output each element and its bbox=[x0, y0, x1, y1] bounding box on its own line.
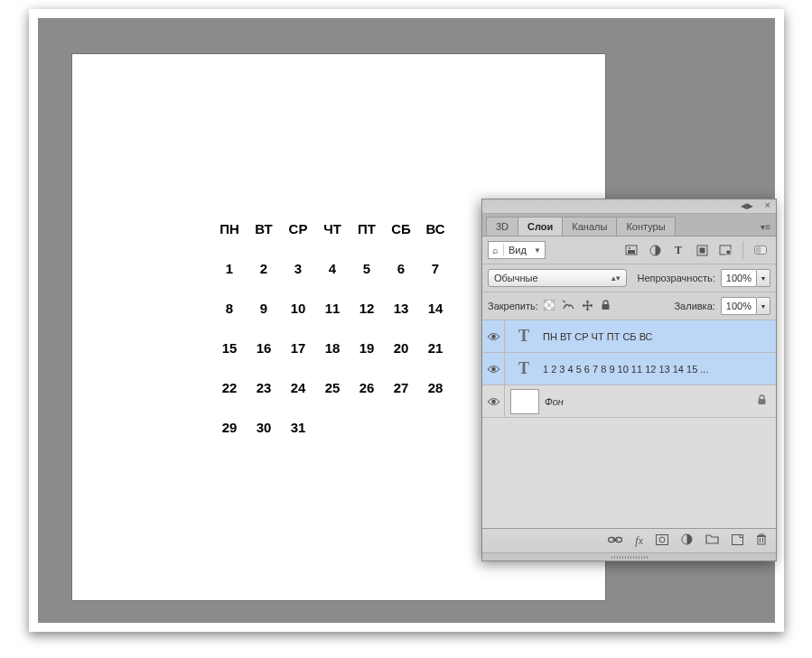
day-cell bbox=[384, 420, 418, 435]
svg-rect-21 bbox=[759, 399, 766, 404]
day-cell: 10 bbox=[281, 301, 315, 316]
lock-transparent-icon[interactable] bbox=[544, 300, 555, 313]
fill-label: Заливка: bbox=[674, 301, 714, 311]
chevron-down-icon: ▼ bbox=[534, 246, 541, 255]
layer-fx-icon[interactable]: fx bbox=[635, 534, 643, 548]
layers-panel[interactable]: ◀▶ × 3D Слои Каналы Контуры ▾≡ ⌕ Вид ▼ T bbox=[481, 199, 777, 561]
lock-label: Закрепить: bbox=[488, 301, 538, 311]
blend-mode-select[interactable]: Обычные ▴▾ bbox=[488, 269, 627, 287]
panel-resize-grip[interactable] bbox=[482, 552, 776, 561]
lock-image-icon[interactable] bbox=[562, 300, 574, 312]
day-cell: 28 bbox=[418, 380, 453, 395]
new-layer-icon[interactable] bbox=[732, 534, 743, 548]
day-cell: 4 bbox=[315, 261, 350, 276]
svg-rect-29 bbox=[758, 536, 765, 544]
delete-layer-icon[interactable] bbox=[756, 533, 767, 548]
weekday-cell: ПТ bbox=[350, 221, 384, 236]
blend-row: Обычные ▴▾ Непрозрачность: 100% ▾ bbox=[482, 264, 776, 292]
opacity-dropdown-button[interactable]: ▾ bbox=[757, 269, 770, 287]
day-cell: 14 bbox=[418, 301, 453, 316]
day-cell: 31 bbox=[281, 420, 315, 435]
day-cell: 7 bbox=[418, 261, 453, 276]
new-group-icon[interactable] bbox=[705, 534, 719, 547]
fill-input[interactable]: 100% bbox=[721, 297, 757, 315]
svg-point-2 bbox=[629, 247, 630, 249]
new-adjustment-icon[interactable] bbox=[681, 533, 693, 548]
weekday-cell: ЧТ bbox=[315, 221, 350, 236]
eye-icon bbox=[487, 332, 500, 341]
weekday-cell: ВТ bbox=[247, 221, 281, 236]
visibility-toggle[interactable] bbox=[482, 385, 505, 417]
layer-thumbnail bbox=[510, 389, 539, 414]
layer-row[interactable]: T 1 2 3 4 5 6 7 8 9 10 11 12 13 14 15 ..… bbox=[482, 353, 776, 385]
layer-row[interactable]: T ПН ВТ СР ЧТ ПТ СБ ВС bbox=[482, 320, 776, 353]
lock-all-icon[interactable] bbox=[601, 300, 611, 312]
filter-type-icon[interactable]: T bbox=[672, 244, 685, 256]
day-cell: 1 bbox=[212, 261, 247, 276]
layer-row[interactable]: Фон bbox=[482, 385, 776, 418]
tab-channels[interactable]: Каналы bbox=[562, 217, 617, 236]
filter-smart-icon[interactable] bbox=[719, 244, 732, 256]
day-cell: 26 bbox=[350, 380, 384, 395]
filter-pixel-icon[interactable] bbox=[625, 244, 638, 256]
filter-toggle-icon[interactable] bbox=[754, 244, 767, 256]
day-cell: 24 bbox=[281, 380, 315, 395]
search-icon: ⌕ bbox=[492, 245, 499, 255]
day-cell: 29 bbox=[212, 420, 247, 435]
panel-tabs: 3D Слои Каналы Контуры ▾≡ bbox=[482, 214, 776, 236]
filter-shape-icon[interactable] bbox=[695, 244, 708, 256]
add-mask-icon[interactable] bbox=[656, 534, 668, 548]
svg-rect-14 bbox=[544, 307, 547, 310]
opacity-input[interactable]: 100% bbox=[721, 269, 757, 287]
tab-paths[interactable]: Контуры bbox=[616, 217, 675, 236]
link-layers-icon[interactable] bbox=[608, 534, 622, 547]
svg-rect-15 bbox=[551, 307, 555, 310]
svg-rect-7 bbox=[726, 250, 731, 255]
day-cell: 2 bbox=[247, 261, 281, 276]
fill-dropdown-button[interactable]: ▾ bbox=[757, 297, 770, 315]
svg-rect-9 bbox=[756, 247, 761, 254]
eye-icon bbox=[487, 397, 500, 406]
panel-footer: fx bbox=[482, 528, 776, 552]
eye-icon bbox=[487, 365, 500, 374]
calendar-row: 1 2 3 4 5 6 7 bbox=[212, 261, 456, 276]
weekday-cell: СБ bbox=[384, 221, 418, 236]
filter-row: ⌕ Вид ▼ T bbox=[482, 236, 776, 264]
filter-label: Вид bbox=[509, 245, 527, 255]
calendar-row: 8 9 10 11 12 13 14 bbox=[212, 301, 456, 316]
chevron-updown-icon: ▴▾ bbox=[611, 273, 621, 283]
layer-name[interactable]: ПН ВТ СР ЧТ ПТ СБ ВС bbox=[543, 331, 653, 342]
layer-name[interactable]: 1 2 3 4 5 6 7 8 9 10 11 12 13 14 15 ... bbox=[543, 364, 708, 375]
svg-rect-12 bbox=[551, 300, 555, 303]
svg-rect-25 bbox=[657, 534, 668, 544]
day-cell: 21 bbox=[418, 340, 453, 356]
lock-icon bbox=[757, 394, 767, 408]
day-cell: 12 bbox=[350, 301, 384, 316]
day-cell: 25 bbox=[315, 380, 350, 395]
calendar-row: 22 23 24 25 26 27 28 bbox=[212, 380, 456, 395]
calendar-row: 29 30 31 bbox=[212, 420, 456, 435]
svg-rect-11 bbox=[544, 300, 547, 303]
lock-position-icon[interactable] bbox=[582, 300, 593, 313]
visibility-toggle[interactable] bbox=[482, 353, 505, 385]
layer-filter-select[interactable]: ⌕ Вид ▼ bbox=[488, 241, 546, 259]
calendar-text: ПН ВТ СР ЧТ ПТ СБ ВС 1 2 3 4 5 6 7 8 9 1… bbox=[212, 221, 456, 459]
visibility-toggle[interactable] bbox=[482, 320, 505, 352]
svg-rect-13 bbox=[547, 303, 551, 307]
day-cell: 20 bbox=[384, 340, 418, 356]
tab-layers[interactable]: Слои bbox=[518, 217, 563, 236]
day-cell: 17 bbox=[281, 340, 315, 356]
panel-menu-icon[interactable]: ▾≡ bbox=[755, 218, 776, 236]
tab-3d[interactable]: 3D bbox=[486, 217, 518, 236]
type-layer-icon: T bbox=[510, 325, 537, 348]
day-cell: 5 bbox=[350, 261, 384, 276]
close-icon[interactable]: × bbox=[765, 199, 770, 210]
panel-titlebar[interactable]: ◀▶ × bbox=[482, 199, 776, 214]
layer-name[interactable]: Фон bbox=[545, 396, 564, 407]
day-cell: 8 bbox=[212, 301, 247, 316]
collapse-icon[interactable]: ◀▶ bbox=[741, 201, 753, 210]
day-cell: 13 bbox=[384, 301, 418, 316]
filter-adjustment-icon[interactable] bbox=[649, 244, 661, 256]
calendar-row: 15 16 17 18 19 20 21 bbox=[212, 340, 456, 356]
svg-rect-5 bbox=[699, 247, 705, 253]
